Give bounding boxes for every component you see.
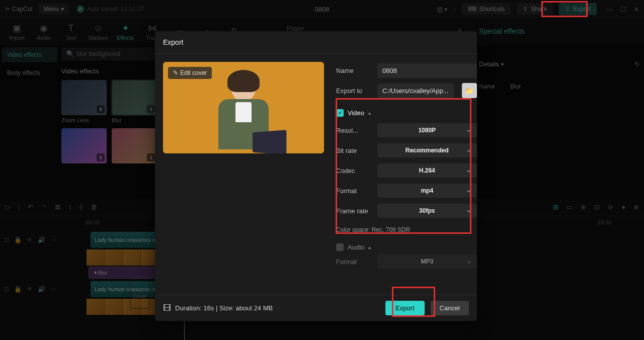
modal-right: Name Export to C:/Users/cvalley/App... 📁… — [336, 62, 477, 287]
codec-label: Codec — [336, 167, 371, 175]
video-checkbox[interactable]: ✓ — [336, 109, 344, 117]
row-audio-format: Format MP3 — [336, 253, 477, 270]
name-label: Name — [336, 67, 371, 74]
chevron-up-icon: ▴ — [368, 110, 371, 116]
chevron-up-icon: ▴ — [368, 244, 371, 250]
resolution-select[interactable]: 1080P — [377, 123, 477, 137]
pencil-icon: ✎ — [173, 69, 178, 76]
modal-title: Export — [155, 31, 477, 54]
color-space: Color space: Rec. 709 SDR — [336, 226, 477, 233]
format-label: Format — [336, 187, 371, 195]
row-exportto: Export to C:/Users/cvalley/App... 📁 — [336, 82, 477, 99]
audio-section-title: Audio — [348, 243, 364, 251]
codec-select[interactable]: H.264 — [377, 163, 477, 178]
framerate-label: Frame rate — [336, 207, 371, 215]
modal-left: ✎Edit cover — [163, 62, 324, 287]
edit-cover-label: Edit cover — [180, 69, 207, 76]
browse-folder-button[interactable]: 📁 — [462, 83, 477, 98]
audio-section-header[interactable]: ✓ Audio ▴ — [336, 243, 477, 251]
name-input[interactable] — [377, 63, 477, 78]
row-codec: Codec H.264 — [336, 162, 477, 179]
person-illustration — [211, 73, 276, 153]
folder-icon: 📁 — [465, 87, 473, 95]
cancel-button[interactable]: Cancel — [431, 301, 469, 315]
framerate-select[interactable]: 30fps — [377, 204, 477, 218]
exportto-value: C:/Users/cvalley/App... — [377, 83, 454, 98]
edit-cover-button[interactable]: ✎Edit cover — [168, 67, 212, 79]
row-resolution: Resol... 1080P — [336, 122, 477, 139]
audio-format-select[interactable]: MP3 — [377, 254, 477, 269]
audio-checkbox[interactable]: ✓ — [336, 243, 344, 251]
row-format: Format mp4 — [336, 182, 477, 199]
row-bitrate: Bit rate Recommended — [336, 142, 477, 159]
resolution-label: Resol... — [336, 127, 371, 134]
format-select[interactable]: mp4 — [377, 184, 477, 198]
export-modal: Export ✎Edit cover Name Export to C:/Use… — [155, 31, 477, 321]
bitrate-select[interactable]: Recommended — [377, 143, 477, 157]
bitrate-label: Bit rate — [336, 147, 371, 154]
video-section-title: Video — [348, 109, 364, 117]
cover-preview: ✎Edit cover — [163, 62, 324, 153]
video-section-header[interactable]: ✓ Video ▴ — [336, 109, 477, 117]
audio-section: ✓ Audio ▴ Format MP3 — [336, 236, 477, 270]
modal-footer: 🎞 Duration: 16s | Size: about 24 MB Expo… — [155, 295, 477, 321]
modal-body: ✎Edit cover Name Export to C:/Users/cval… — [155, 54, 477, 295]
exportto-label: Export to — [336, 87, 371, 95]
film-icon: 🎞 — [163, 304, 171, 313]
row-framerate: Frame rate 30fps — [336, 202, 477, 219]
duration-info: 🎞 Duration: 16s | Size: about 24 MB — [163, 304, 273, 313]
export-confirm-button[interactable]: Export — [385, 301, 425, 315]
duration-text: Duration: 16s | Size: about 24 MB — [175, 304, 273, 312]
row-name: Name — [336, 62, 477, 79]
audio-format-label: Format — [336, 258, 371, 266]
